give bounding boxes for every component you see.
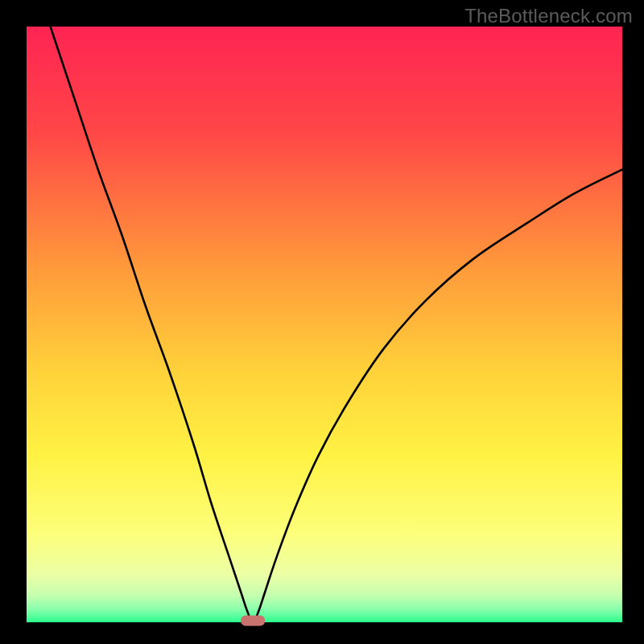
watermark-text: TheBottleneck.com bbox=[464, 5, 633, 27]
chart-frame: TheBottleneck.com bbox=[0, 0, 644, 644]
plot-background bbox=[27, 27, 622, 622]
min-marker bbox=[241, 616, 265, 626]
bottleneck-chart bbox=[0, 0, 644, 644]
